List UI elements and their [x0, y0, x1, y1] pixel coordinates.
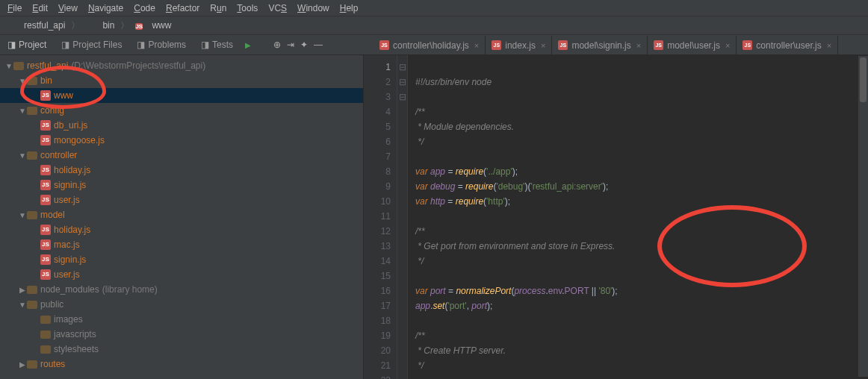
tree-label: routes — [40, 359, 65, 369]
tree-row-signin-js[interactable]: JSsignin.js — [0, 252, 363, 267]
tree-row-user-js[interactable]: JSuser.js — [0, 267, 363, 282]
menu-navigate[interactable]: Navigate — [84, 1, 128, 15]
run-icon[interactable]: ▶ — [245, 41, 251, 49]
collapse-icon[interactable]: ⇥ — [287, 40, 294, 50]
close-icon[interactable]: × — [725, 41, 730, 50]
menu-view[interactable]: View — [54, 1, 82, 15]
tree-row-stylesheets[interactable]: stylesheets — [0, 342, 363, 357]
breadcrumb-bar: restful_api 〉 bin 〉 JS www — [0, 16, 868, 35]
editor-tab-label: index.js — [505, 40, 536, 51]
menu-file[interactable]: File — [3, 1, 26, 15]
tree-row-mongoose-js[interactable]: JSmongoose.js — [0, 133, 363, 148]
tree-twisty[interactable]: ▼ — [18, 151, 27, 160]
tree-row-user-js[interactable]: JSuser.js — [0, 192, 363, 207]
menu-run[interactable]: Run — [205, 1, 231, 15]
menu-bar: File Edit View Navigate Code Refactor Ru… — [0, 0, 868, 16]
tree-label: www — [54, 90, 73, 101]
menu-vcs[interactable]: VCS — [264, 1, 291, 15]
folder-icon — [40, 331, 51, 339]
tree-hint: (library home) — [102, 284, 158, 295]
tree-twisty[interactable]: ▼ — [18, 77, 27, 85]
editor-tab-user-model[interactable]: JS model\user.js × — [648, 36, 737, 54]
tree-row-mac-js[interactable]: JSmac.js — [0, 237, 363, 252]
editor-tabs: JS controller\holiday.js × JS index.js ×… — [373, 35, 838, 55]
menu-window[interactable]: Window — [293, 1, 334, 15]
tree-label: restful_api — [27, 60, 68, 71]
tree-twisty[interactable]: ▶ — [18, 286, 27, 294]
tree-hint: (D:\WebstormProjects\restful_api) — [71, 60, 205, 71]
tool-tab-tests[interactable]: ◨ Tests — [193, 35, 241, 54]
breadcrumb-sep: 〉 — [120, 19, 129, 32]
tree-twisty[interactable]: ▼ — [18, 301, 27, 309]
code-area[interactable]: #!/usr/bin/env node /** * Module depende… — [408, 55, 868, 379]
editor-tab-holiday[interactable]: JS controller\holiday.js × — [373, 36, 486, 54]
tree-row-signin-js[interactable]: JSsignin.js — [0, 178, 363, 192]
tree-row-db_uri-js[interactable]: JSdb_uri.js — [0, 118, 363, 133]
menu-refactor[interactable]: Refactor — [161, 1, 204, 15]
close-icon[interactable]: × — [541, 41, 545, 50]
tree-row-javascripts[interactable]: javascripts — [0, 327, 363, 342]
tree-twisty[interactable]: ▼ — [18, 107, 27, 115]
tree-label: config — [40, 105, 64, 116]
editor-tab-label: controller\holiday.js — [393, 40, 469, 51]
tree-row-node_modules[interactable]: ▶node_modules(library home) — [0, 282, 363, 297]
tool-tab-label: Tests — [212, 40, 233, 50]
tree-twisty[interactable]: ▼ — [18, 211, 27, 219]
tree-label: mongoose.js — [54, 135, 105, 145]
editor-tab-label: controller\user.js — [756, 40, 821, 51]
editor-tab-user-controller[interactable]: JS controller\user.js × — [737, 36, 838, 54]
project-tree[interactable]: ▼restful_api(D:\WebstormProjects\restful… — [0, 55, 364, 379]
folder-icon — [27, 301, 37, 309]
hide-icon[interactable]: — — [314, 40, 323, 50]
tree-label: user.js — [54, 269, 80, 280]
tool-tab-project[interactable]: ◨ Project — [0, 35, 54, 54]
js-icon: JS — [743, 40, 752, 50]
tree-row-holiday-js[interactable]: JSholiday.js — [0, 222, 363, 237]
tree-row-public[interactable]: ▼public — [0, 297, 363, 312]
problems-icon: ◨ — [137, 40, 145, 50]
tree-row-www[interactable]: JSwww — [0, 88, 363, 103]
js-icon: JS — [40, 195, 51, 205]
close-icon[interactable]: × — [636, 41, 641, 50]
menu-help[interactable]: Help — [335, 1, 363, 15]
breadcrumb-www[interactable]: JS www — [132, 19, 174, 32]
menu-code[interactable]: Code — [129, 1, 160, 15]
editor-tab-signin[interactable]: JS model\signin.js × — [552, 36, 648, 54]
tree-row-holiday-js[interactable]: JSholiday.js — [0, 163, 363, 178]
tree-label: stylesheets — [54, 344, 99, 354]
tree-row-restful_api[interactable]: ▼restful_api(D:\WebstormProjects\restful… — [0, 58, 363, 73]
tree-row-routes[interactable]: ▶routes — [0, 357, 363, 372]
gear-icon[interactable]: ✦ — [300, 40, 308, 50]
close-icon[interactable]: × — [827, 41, 831, 50]
project-icon: ◨ — [7, 40, 16, 50]
js-icon: JS — [654, 40, 663, 50]
js-icon: JS — [40, 135, 51, 145]
breadcrumb-project[interactable]: restful_api — [4, 19, 68, 32]
tree-row-bin[interactable]: ▼bin — [0, 73, 363, 88]
tree-label: holiday.js — [54, 225, 90, 235]
tool-tab-label: Project — [19, 40, 46, 50]
vertical-scrollbar[interactable] — [858, 56, 868, 377]
tree-row-model[interactable]: ▼model — [0, 207, 363, 222]
editor-tab-index[interactable]: JS index.js × — [486, 36, 552, 54]
menu-tools[interactable]: Tools — [232, 1, 262, 15]
breadcrumb-bin[interactable]: bin — [83, 19, 117, 32]
folder-icon — [13, 62, 24, 70]
menu-edit[interactable]: Edit — [28, 1, 52, 15]
tree-twisty[interactable]: ▼ — [4, 62, 13, 70]
tool-tab-label: Project Files — [72, 40, 122, 50]
tree-row-controller[interactable]: ▼controller — [0, 148, 363, 163]
settings-icon[interactable]: ⊕ — [273, 40, 281, 50]
tree-row-config[interactable]: ▼config — [0, 103, 363, 118]
js-icon: JS — [40, 180, 51, 190]
tool-tab-project-files[interactable]: ◨ Project Files — [54, 35, 129, 54]
code-editor[interactable]: 12345678910111213141516171819202122 ⊟⊟⊟ … — [364, 55, 868, 379]
close-icon[interactable]: × — [474, 41, 479, 50]
tree-row-images[interactable]: images — [0, 312, 363, 327]
js-icon: JS — [40, 269, 51, 280]
tool-tab-problems[interactable]: ◨ Problems — [129, 35, 193, 54]
tool-tab-label: Problems — [148, 40, 186, 50]
tree-twisty[interactable]: ▶ — [18, 360, 27, 369]
tree-label: public — [40, 299, 63, 310]
tests-icon: ◨ — [201, 40, 209, 50]
